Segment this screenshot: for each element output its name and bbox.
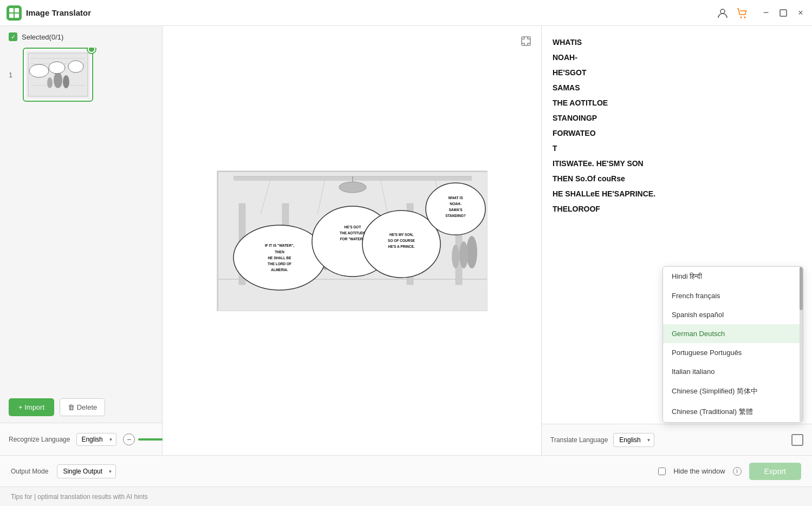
layout-toggle-icon[interactable] bbox=[791, 434, 803, 446]
svg-text:FOR "WATER".: FOR "WATER". bbox=[340, 237, 365, 241]
minimize-button[interactable]: − bbox=[761, 8, 771, 18]
svg-point-18 bbox=[49, 62, 65, 74]
svg-point-7 bbox=[744, 16, 746, 18]
svg-text:THE LORD OF: THE LORD OF bbox=[267, 262, 291, 266]
svg-text:ALMERIA.: ALMERIA. bbox=[271, 268, 288, 272]
svg-point-40 bbox=[466, 236, 477, 268]
text-line: THEN So.Of couRse bbox=[553, 171, 801, 186]
center-area: IF IT IS "WATER", THEN HE SHALL BE THE L… bbox=[163, 26, 541, 455]
svg-text:THEN: THEN bbox=[275, 250, 284, 254]
image-thumbnail-wrapper[interactable] bbox=[23, 48, 93, 102]
svg-rect-8 bbox=[780, 10, 787, 16]
svg-point-6 bbox=[740, 16, 742, 18]
svg-text:SAMA'S: SAMA'S bbox=[449, 208, 463, 212]
svg-rect-4 bbox=[15, 14, 19, 18]
svg-text:HE'S MY SON,: HE'S MY SON, bbox=[389, 233, 413, 237]
thumbnail-svg bbox=[25, 50, 90, 99]
app-title: Image Translator bbox=[26, 8, 717, 17]
svg-text:STANDING?: STANDING? bbox=[445, 214, 465, 218]
text-line: THE AOTITLOE bbox=[553, 95, 801, 110]
text-line: WHATIS bbox=[553, 35, 801, 50]
cart-icon[interactable] bbox=[736, 7, 748, 19]
svg-rect-2 bbox=[15, 8, 19, 12]
tips-text: Tips for | optimal translation results w… bbox=[11, 493, 148, 501]
translate-lang-select[interactable]: English bbox=[613, 433, 654, 447]
svg-point-15 bbox=[63, 75, 69, 88]
close-button[interactable]: × bbox=[796, 8, 805, 18]
svg-text:HE'S A PRINCE.: HE'S A PRINCE. bbox=[388, 245, 414, 248]
expand-button[interactable] bbox=[518, 34, 534, 49]
thumb-check-indicator bbox=[87, 48, 96, 54]
bottom-right-controls: Hide the window i Export bbox=[658, 463, 801, 480]
dropdown-item-chinese-simplified[interactable]: Chinese (Simplified) 简体中 bbox=[663, 381, 803, 402]
svg-text:IF IT IS "WATER",: IF IT IS "WATER", bbox=[264, 244, 294, 248]
content-area: ✓ Selected(0/1) 1 bbox=[0, 26, 812, 455]
import-button[interactable]: + Import bbox=[9, 398, 54, 416]
app-logo bbox=[7, 5, 22, 21]
hide-window-label: Hide the window bbox=[673, 467, 725, 475]
zoom-out-button[interactable]: − bbox=[123, 433, 135, 445]
svg-point-5 bbox=[720, 9, 725, 14]
title-bar: Image Translator − × bbox=[0, 0, 812, 26]
maximize-button[interactable] bbox=[778, 8, 788, 18]
translate-lang-label: Translate Language bbox=[550, 436, 608, 444]
output-mode-label: Output Mode bbox=[11, 468, 48, 475]
dropdown-item-italian[interactable]: Italian italiano bbox=[663, 362, 803, 381]
svg-text:HE SHALL BE: HE SHALL BE bbox=[268, 256, 291, 260]
text-output-content: WHATIS NOAH- HE'SGOT SAMAS THE AOTITLOE … bbox=[553, 35, 801, 216]
manga-svg: IF IT IS "WATER", THEN HE SHALL BE THE L… bbox=[217, 171, 488, 311]
text-line: ITISWATEe. HE'SMY SON bbox=[553, 156, 801, 171]
left-toolbar-bottom: Recognize Language English − + 100.0% bbox=[0, 423, 162, 455]
dropdown-item-spanish[interactable]: Spanish español bbox=[663, 305, 803, 324]
svg-text:THE AOTITUDE: THE AOTITUDE bbox=[340, 231, 366, 235]
selected-label: Selected(0/1) bbox=[22, 33, 63, 41]
recognize-lang-select-wrapper: English bbox=[76, 433, 116, 446]
image-viewer: IF IT IS "WATER", THEN HE SHALL BE THE L… bbox=[163, 26, 541, 455]
right-panel-bottom: Translate Language English bbox=[542, 424, 812, 455]
output-mode-select[interactable]: Single Output Dual Output bbox=[57, 464, 116, 478]
svg-text:NOAH-: NOAH- bbox=[450, 202, 461, 206]
svg-text:HE'S GOT: HE'S GOT bbox=[344, 225, 361, 229]
image-number: 1 bbox=[9, 71, 17, 79]
text-line: FORWATEO bbox=[553, 126, 801, 141]
dropdown-item-portuguese[interactable]: Portuguese Português bbox=[663, 343, 803, 362]
dropdown-scrollbar[interactable] bbox=[800, 267, 803, 422]
text-line: THELOROOF bbox=[553, 201, 801, 216]
text-line: HE SHALLeE HE'SAPRINCE. bbox=[553, 186, 801, 201]
user-icon[interactable] bbox=[717, 7, 729, 19]
text-line: T bbox=[553, 141, 801, 156]
select-checkbox[interactable]: ✓ bbox=[9, 32, 17, 41]
recognize-lang-label: Recognize Language bbox=[9, 436, 70, 443]
svg-text:SO OF COURSE: SO OF COURSE bbox=[388, 239, 415, 242]
svg-point-42 bbox=[452, 245, 459, 268]
manga-image-panel: IF IT IS "WATER", THEN HE SHALL BE THE L… bbox=[217, 170, 488, 311]
svg-rect-0 bbox=[7, 5, 22, 21]
svg-point-41 bbox=[459, 241, 468, 268]
sidebar-header: ✓ Selected(0/1) bbox=[0, 32, 162, 48]
svg-point-29 bbox=[339, 182, 366, 193]
dropdown-item-french[interactable]: French français bbox=[663, 286, 803, 305]
text-line: HE'SGOT bbox=[553, 65, 801, 80]
info-icon[interactable]: i bbox=[733, 467, 742, 476]
bottom-toolbar: Output Mode Single Output Dual Output Hi… bbox=[0, 455, 812, 487]
dropdown-item-chinese-traditional[interactable]: Chinese (Traditional) 繁體 bbox=[663, 402, 803, 422]
dropdown-item-german[interactable]: German Deutsch bbox=[663, 324, 803, 343]
window-controls: − × bbox=[717, 7, 805, 19]
delete-button[interactable]: 🗑 Delete bbox=[60, 398, 105, 416]
svg-point-17 bbox=[29, 64, 49, 77]
svg-point-14 bbox=[54, 72, 62, 88]
output-mode-select-wrapper: Single Output Dual Output bbox=[57, 464, 116, 478]
language-dropdown: Hindi हिन्दी French français Spanish esp… bbox=[662, 266, 803, 423]
right-panel: WHATIS NOAH- HE'SGOT SAMAS THE AOTITLOE … bbox=[541, 26, 812, 455]
list-item: 1 bbox=[9, 48, 153, 102]
hide-window-checkbox[interactable] bbox=[658, 468, 666, 475]
svg-text:WHAT IS: WHAT IS bbox=[448, 196, 463, 200]
text-line: SAMAS bbox=[553, 80, 801, 95]
right-panel-right-controls bbox=[791, 434, 803, 446]
sidebar-actions: + Import 🗑 Delete bbox=[0, 392, 162, 423]
svg-rect-20 bbox=[522, 37, 530, 45]
export-button[interactable]: Export bbox=[749, 463, 801, 480]
svg-point-19 bbox=[68, 61, 83, 73]
recognize-lang-select[interactable]: English bbox=[76, 433, 116, 446]
dropdown-item-hindi[interactable]: Hindi हिन्दी bbox=[663, 267, 803, 286]
